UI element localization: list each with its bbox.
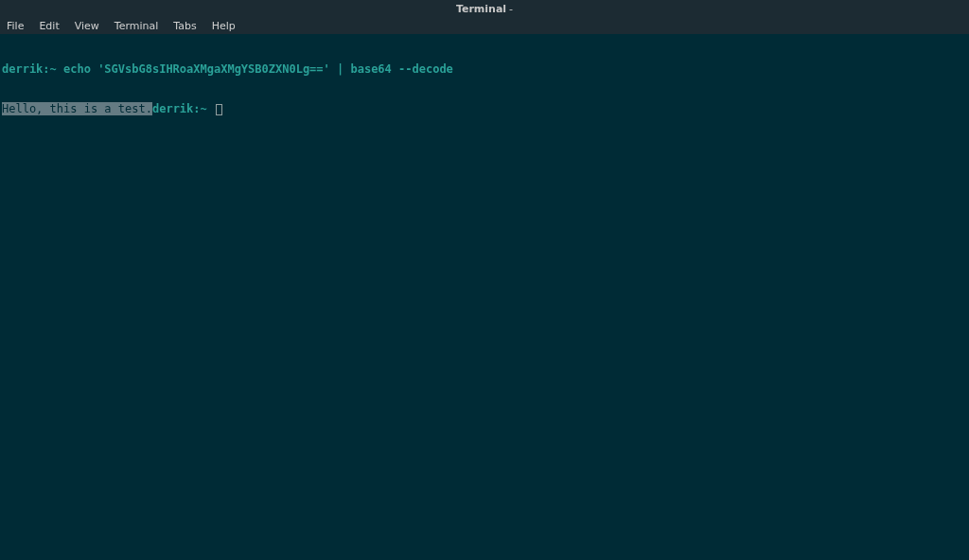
menu-bar: File Edit View Terminal Tabs Help (0, 17, 969, 34)
menu-file-label: File (7, 20, 24, 32)
menu-tabs[interactable]: Tabs (166, 17, 203, 34)
title-bar: Terminal - (0, 0, 969, 17)
menu-view-label: View (75, 20, 99, 32)
menu-file[interactable]: File (5, 17, 31, 34)
menu-edit-label: Edit (39, 20, 59, 32)
window-title: Terminal - (456, 3, 513, 15)
menu-view[interactable]: View (67, 17, 107, 34)
terminal-line-2: Hello, this is a test.derrik:~ (2, 102, 969, 115)
title-suffix: - (509, 3, 513, 15)
menu-tabs-label: Tabs (173, 20, 196, 32)
command-output: Hello, this is a test. (2, 102, 152, 115)
menu-help-label: Help (212, 20, 236, 32)
menu-edit[interactable]: Edit (31, 17, 66, 34)
menu-help[interactable]: Help (204, 17, 243, 34)
command-text: echo 'SGVsbG8sIHRoaXMgaXMgYSB0ZXN0Lg==' … (57, 62, 453, 76)
terminal-line-1: derrik:~ echo 'SGVsbG8sIHRoaXMgaXMgYSB0Z… (2, 62, 969, 76)
title-label: Terminal (456, 3, 506, 15)
terminal-viewport[interactable]: derrik:~ echo 'SGVsbG8sIHRoaXMgaXMgYSB0Z… (0, 34, 969, 560)
prompt: derrik:~ (152, 102, 214, 115)
menu-terminal-label: Terminal (115, 20, 159, 32)
cursor (216, 104, 222, 115)
menu-terminal[interactable]: Terminal (107, 17, 167, 34)
prompt: derrik:~ (2, 62, 57, 76)
